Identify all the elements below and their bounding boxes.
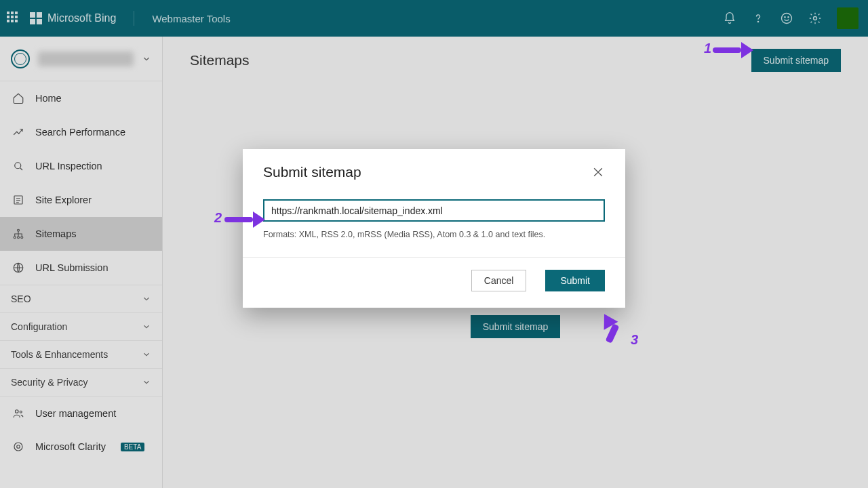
arrow-icon [713,42,753,56]
cancel-button[interactable]: Cancel [471,270,527,291]
annotation-number: 3 [631,332,638,348]
close-icon[interactable] [591,165,605,179]
sitemap-url-input[interactable] [263,199,605,222]
arrow-icon [224,211,265,225]
annotation-number: 1 [704,41,711,56]
modal-footer: Cancel Submit [243,257,625,308]
modal-body: Formats: XML, RSS 2.0, mRSS (Media RSS),… [243,187,625,257]
submit-sitemap-modal: Submit sitemap Formats: XML, RSS 2.0, mR… [243,149,625,308]
modal-title: Submit sitemap [263,164,361,180]
annotation-3: 3 [601,316,628,343]
annotation-1: 1 [704,41,753,56]
annotation-2: 2 [214,210,265,226]
submit-button[interactable]: Submit [545,270,605,291]
format-hint: Formats: XML, RSS 2.0, mRSS (Media RSS),… [263,230,605,239]
modal-header: Submit sitemap [243,149,625,187]
annotation-number: 2 [214,210,222,226]
arrow-icon [601,316,628,343]
